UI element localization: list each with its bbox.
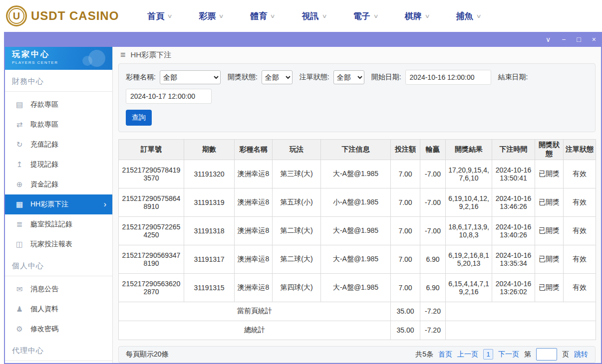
sidebar-item[interactable]: ▦HH彩票下注› xyxy=(5,194,112,214)
window-minimize-icon[interactable]: − xyxy=(562,36,566,43)
top-nav: U USDT CASINO 首頁∨彩票∨體育∨視訊∨電子∨棋牌∨捕魚∨ xyxy=(0,0,602,32)
sidebar-item[interactable]: ▤存款專區 xyxy=(5,95,112,115)
cell-draw-result: 6,19,2,16,8,15,20,13 xyxy=(446,245,492,273)
sidebar-item-label: 玩家投注報表 xyxy=(30,240,72,249)
current-page-badge[interactable]: 1 xyxy=(483,349,493,360)
column-header: 輸贏 xyxy=(420,139,446,160)
sidebar-item[interactable]: ◫玩家投注報表 xyxy=(5,234,112,254)
cell-win-loss: 6.90 xyxy=(420,273,446,302)
chevron-down-icon: ∨ xyxy=(167,13,173,19)
cell-play: 第二球(大) xyxy=(273,216,321,245)
summary-win-loss: -7.20 xyxy=(420,321,446,340)
deposit-card-icon: ▤ xyxy=(15,100,24,109)
cashout-record-icon: ↥ xyxy=(15,160,24,169)
cell-draw-status: 已開獎 xyxy=(535,245,564,273)
main-content: ≡ HH彩票下注 彩種名稱: 全部 開獎狀態: 全部 注單狀態: 全部 xyxy=(113,47,601,363)
column-header: 彩種名稱 xyxy=(235,139,273,160)
cell-win-loss: 6.90 xyxy=(420,245,446,273)
window-close-icon[interactable]: × xyxy=(592,36,596,43)
cell-bet-amount: 7.00 xyxy=(391,160,420,188)
total-summary-row: 總統計 35.00 -7.20 xyxy=(119,321,596,340)
nav-item[interactable]: 捕魚∨ xyxy=(456,10,481,22)
first-page-link[interactable]: 首页 xyxy=(438,350,452,359)
chevron-down-icon: ∨ xyxy=(373,13,378,19)
cell-bet-amount: 7.00 xyxy=(391,188,420,216)
cell-bet-amount: 7.00 xyxy=(391,245,420,273)
main-header: ≡ HH彩票下注 xyxy=(118,47,596,63)
nav-item-label: 視訊 xyxy=(302,10,319,22)
cell-bet-time: 2024-10-16 13:40:26 xyxy=(492,216,535,245)
lottery-bet-icon: ▦ xyxy=(15,200,24,209)
window-maximize-icon[interactable]: □ xyxy=(577,36,581,43)
sidebar-item[interactable]: ↥提現記錄 xyxy=(5,155,112,175)
sidebar-item[interactable]: ≣廳室投註記錄 xyxy=(5,214,112,234)
cell-play: 第二球(大) xyxy=(273,245,321,273)
logo-text: USDT CASINO xyxy=(31,9,119,23)
order-status-filter-label: 注單狀態: xyxy=(300,73,329,82)
nav-item[interactable]: 棋牌∨ xyxy=(405,10,429,22)
cell-lottery: 澳洲幸运8 xyxy=(235,216,273,245)
window-body: 玩家中心 PLAYERS CENTER 財務中心▤存款專區⇄取款專區↻充值記錄↥… xyxy=(5,47,601,363)
column-header: 投注額 xyxy=(391,139,420,160)
cell-bet-info: 大-A盤@1.985 xyxy=(321,245,391,273)
menu-icon[interactable]: ≡ xyxy=(120,50,126,60)
cell-bet-time: 2024-10-16 13:26:02 xyxy=(492,273,535,302)
cell-bet-amount: 7.00 xyxy=(391,273,420,302)
window-collapse-icon[interactable]: ∨ xyxy=(546,36,551,43)
sidebar-item[interactable]: ♟個人資料 xyxy=(5,299,112,319)
cell-order-no: 2152172905758648910 xyxy=(119,188,184,216)
cell-order-status: 有效 xyxy=(564,188,596,216)
column-header: 玩法 xyxy=(273,139,321,160)
sidebar-item[interactable]: ⇄取款專區 xyxy=(5,115,112,135)
cell-bet-time: 2024-10-16 13:35:34 xyxy=(492,245,535,273)
sidebar-item[interactable]: ↻充值記錄 xyxy=(5,135,112,155)
nav-item[interactable]: 視訊∨ xyxy=(302,10,326,22)
page-prefix-label: 第 xyxy=(524,350,531,359)
sidebar-item-label: 修改密碼 xyxy=(30,325,58,334)
nav-item-label: 棋牌 xyxy=(405,10,422,22)
cell-bet-time: 2024-10-16 13:50:41 xyxy=(492,160,535,188)
table-row: 215217290578419357031191320澳洲幸运8第三球(大)大-… xyxy=(119,160,596,188)
sidebar-item[interactable]: ⚙修改密碼 xyxy=(5,319,112,339)
table-body: 215217290578419357031191320澳洲幸运8第三球(大)大-… xyxy=(119,160,596,302)
start-date-input[interactable] xyxy=(405,70,491,85)
logo-coin-icon: U xyxy=(6,5,27,26)
nav-item[interactable]: 電子∨ xyxy=(353,10,378,22)
cell-win-loss: -7.00 xyxy=(420,188,446,216)
end-date-input[interactable] xyxy=(126,89,212,104)
nav-item[interactable]: 首頁∨ xyxy=(147,10,172,22)
column-header: 期數 xyxy=(184,139,235,160)
cell-lottery: 澳洲幸运8 xyxy=(235,245,273,273)
page-number-input[interactable] xyxy=(536,348,557,361)
cell-order-no: 2152172905722654250 xyxy=(119,216,184,245)
end-date-label: 結束日期: xyxy=(498,73,528,82)
lottery-filter-label: 彩種名稱: xyxy=(126,73,156,82)
draw-status-select[interactable]: 全部 xyxy=(262,70,293,84)
table-row: 215217290569347819031191317澳洲幸运8第二球(大)大-… xyxy=(119,245,596,273)
sidebar-item[interactable]: ⊕資金記錄 xyxy=(5,175,112,194)
prev-page-link[interactable]: 上一页 xyxy=(457,350,478,359)
order-status-select[interactable]: 全部 xyxy=(333,70,364,84)
cell-draw-result: 18,6,17,13,9,10,8,3 xyxy=(446,216,492,245)
sidebar-item-label: HH彩票下注 xyxy=(30,200,68,209)
sidebar-item[interactable]: ✉消息公告 xyxy=(5,279,112,299)
nav-item[interactable]: 彩票∨ xyxy=(199,10,223,22)
cell-draw-status: 已開獎 xyxy=(535,216,564,245)
search-button[interactable]: 查詢 xyxy=(126,110,152,126)
top-nav-items: 首頁∨彩票∨體育∨視訊∨電子∨棋牌∨捕魚∨ xyxy=(134,10,494,22)
nav-item-label: 體育 xyxy=(250,10,267,22)
window-titlebar: ∨−□× xyxy=(5,32,601,47)
table-row: 215217290575864891031191319澳洲幸运8第五球(小)小-… xyxy=(119,188,596,216)
cell-draw-result: 6,19,10,4,12,9,2,16 xyxy=(446,188,492,216)
summary-label: 總統計 xyxy=(119,321,391,340)
cell-order-status: 有效 xyxy=(564,245,596,273)
cell-play: 第三球(大) xyxy=(273,160,321,188)
site-logo[interactable]: U USDT CASINO xyxy=(0,5,134,26)
cell-period: 31191317 xyxy=(184,245,235,273)
lottery-select[interactable]: 全部 xyxy=(160,70,221,84)
next-page-link[interactable]: 下一页 xyxy=(498,350,519,359)
jump-button[interactable]: 跳转 xyxy=(574,350,588,359)
nav-item[interactable]: 體育∨ xyxy=(250,10,275,22)
column-header: 注單狀態 xyxy=(564,139,596,160)
pagination: 共5条 首页 上一页 1 下一页 第 页 跳转 xyxy=(415,348,588,361)
